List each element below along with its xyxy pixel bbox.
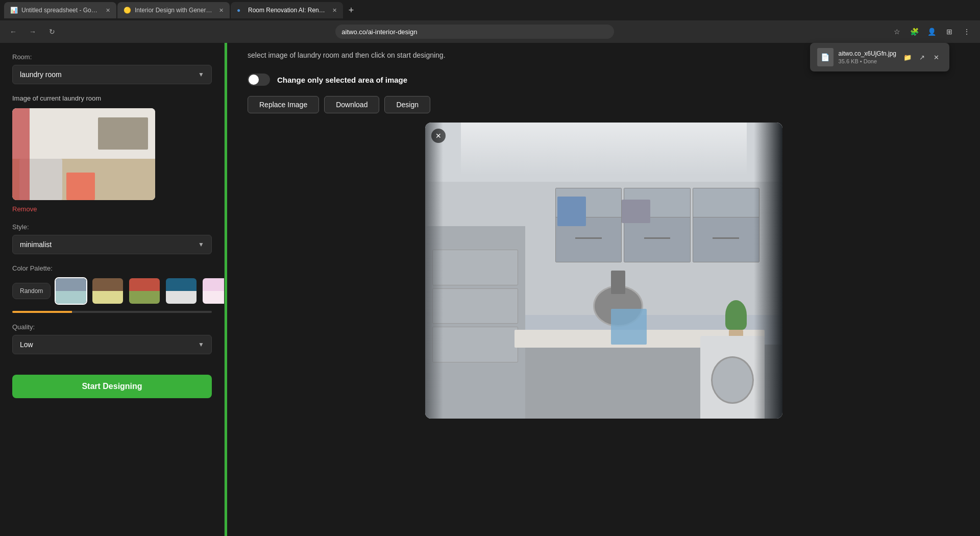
start-designing-button[interactable]: Start Designing xyxy=(12,375,212,398)
swatch-4-top xyxy=(166,278,197,291)
quality-dropdown[interactable]: Low ▼ xyxy=(12,335,212,354)
forward-button[interactable]: → xyxy=(26,25,40,39)
glr-towel xyxy=(611,309,647,345)
image-preview-container xyxy=(12,108,212,200)
tab-favicon-renovation: ● xyxy=(237,7,244,14)
glr-cabinet-2 xyxy=(624,188,691,262)
back-button[interactable]: ← xyxy=(6,25,20,39)
area-toggle[interactable] xyxy=(248,74,270,86)
main-layout: Room: laundry room ▼ Image of current la… xyxy=(0,43,980,536)
glr-plant xyxy=(725,300,747,330)
palette-random-btn[interactable]: Random xyxy=(12,283,51,299)
tab-favicon-interior: 🟡 xyxy=(124,7,131,14)
glr-shelf-item2 xyxy=(622,200,650,223)
quality-value: Low xyxy=(20,340,33,349)
room-value: laundry room xyxy=(20,70,62,79)
swatch-1-top xyxy=(56,278,86,291)
tab-title-renovation: Room Renovation AI: Renova... xyxy=(248,7,326,14)
style-dropdown-arrow: ▼ xyxy=(198,241,204,248)
tab-interior[interactable]: 🟡 Interior Design with Generati... ✕ xyxy=(117,2,230,18)
toggle-knob xyxy=(249,75,259,85)
tab-close-interior[interactable]: ✕ xyxy=(219,7,224,14)
swatch-5-top xyxy=(203,278,225,291)
image-section-label: Image of current laundry room xyxy=(12,94,212,102)
tab-bar: 📊 Untitled spreadsheet - Google ... ✕ 🟡 … xyxy=(0,0,980,20)
content-area: select image of laundry room and then cl… xyxy=(227,43,980,536)
glr-cabinet-3-handle xyxy=(713,237,739,239)
header-text: select image of laundry room and then cl… xyxy=(248,51,446,59)
action-buttons: Replace Image Download Design xyxy=(227,92,980,117)
swatch-1-bottom xyxy=(56,291,86,304)
browser-icons: ☆ 🧩 👤 ⊞ ⋮ xyxy=(890,25,974,39)
glr-cabinet-3 xyxy=(693,188,760,262)
palette-swatch-3[interactable] xyxy=(128,277,161,305)
palette-swatch-2[interactable] xyxy=(91,277,124,305)
room-dropdown[interactable]: laundry room ▼ xyxy=(12,65,212,84)
swatch-2-bottom xyxy=(92,291,123,304)
toggle-label: Change only selected area of image xyxy=(277,76,407,84)
image-preview[interactable] xyxy=(12,108,155,200)
swatch-3-top xyxy=(129,278,160,291)
quality-dropdown-arrow: ▼ xyxy=(198,341,204,348)
extension-icon[interactable]: 🧩 xyxy=(908,25,922,39)
palette-swatch-4[interactable] xyxy=(165,277,198,305)
tab-renovation[interactable]: ● Room Renovation AI: Renova... ✕ xyxy=(231,2,343,18)
download-meta: 35.6 KB • Done xyxy=(839,58,896,64)
palette-swatch-1[interactable] xyxy=(55,277,87,305)
glr-right-shadow xyxy=(754,123,782,419)
lr-curtain xyxy=(12,108,30,200)
tab-title-interior: Interior Design with Generati... xyxy=(135,7,213,14)
download-button[interactable]: Download xyxy=(324,96,379,113)
tab-spreadsheet[interactable]: 📊 Untitled spreadsheet - Google ... ✕ xyxy=(4,2,116,18)
sidebar-toggle-icon[interactable]: ⊞ xyxy=(942,25,957,39)
swatch-2-top xyxy=(92,278,123,291)
lr-basket xyxy=(66,173,95,200)
glr-shelf-item1 xyxy=(557,197,586,226)
tab-close-renovation[interactable]: ✕ xyxy=(332,7,337,14)
download-file-icon: 📄 xyxy=(817,48,834,66)
swatch-5-bottom xyxy=(203,291,225,304)
glr-top-light xyxy=(461,123,747,176)
reload-button[interactable]: ↻ xyxy=(45,25,59,39)
browser-chrome: 📊 Untitled spreadsheet - Google ... ✕ 🟡 … xyxy=(0,0,980,43)
room-dropdown-arrow: ▼ xyxy=(198,71,204,78)
lr-cabinet xyxy=(98,117,148,150)
download-notification: 📄 aitwo.co_x6UjGfn.jpg 35.6 KB • Done 📁 … xyxy=(810,43,949,71)
laundry-room-sim xyxy=(12,108,155,200)
glr-cabinet-3-shelf xyxy=(693,188,759,218)
menu-icon[interactable]: ⋮ xyxy=(960,25,974,39)
swatch-3-bottom xyxy=(129,291,160,304)
palette-slider[interactable] xyxy=(12,311,212,313)
tab-favicon-spreadsheet: 📊 xyxy=(10,7,17,14)
remove-link[interactable]: Remove xyxy=(12,205,212,213)
download-close-icon[interactable]: ✕ xyxy=(930,51,942,63)
download-info: aitwo.co_x6UjGfn.jpg 35.6 KB • Done xyxy=(839,50,896,64)
bookmark-icon[interactable]: ☆ xyxy=(890,25,904,39)
download-folder-icon[interactable]: 📁 xyxy=(901,51,914,63)
quality-label: Quality: xyxy=(12,323,212,331)
download-actions: 📁 ↗ ✕ xyxy=(901,51,942,63)
glr-cabinet-2-door xyxy=(624,217,690,261)
palette-label: Color Palette: xyxy=(12,264,212,272)
close-image-button[interactable]: ✕ xyxy=(431,129,446,143)
glr-faucet xyxy=(611,271,625,294)
glr-cabinet-1-handle xyxy=(575,237,601,239)
new-tab-button[interactable]: + xyxy=(344,3,358,17)
tab-title-spreadsheet: Untitled spreadsheet - Google ... xyxy=(21,7,100,14)
palette-swatch-5[interactable] xyxy=(202,277,225,305)
profile-icon[interactable]: 👤 xyxy=(925,25,939,39)
url-bar[interactable]: aitwo.co/ai-interior-design xyxy=(335,25,614,39)
design-button[interactable]: Design xyxy=(384,96,430,113)
glr-storage-drawer1 xyxy=(432,250,518,285)
replace-image-button[interactable]: Replace Image xyxy=(248,96,319,113)
url-text: aitwo.co/ai-interior-design xyxy=(341,28,417,36)
generated-laundry-image xyxy=(425,123,782,419)
address-bar: ← → ↻ aitwo.co/ai-interior-design ☆ 🧩 👤 … xyxy=(0,20,980,43)
tab-close-spreadsheet[interactable]: ✕ xyxy=(106,7,110,14)
sidebar: Room: laundry room ▼ Image of current la… xyxy=(0,43,225,536)
image-display-area: ✕ xyxy=(227,117,980,536)
download-open-icon[interactable]: ↗ xyxy=(916,51,928,63)
glr-cabinet-2-handle xyxy=(644,237,670,239)
style-dropdown[interactable]: minimalist ▼ xyxy=(12,235,212,254)
glr-left-shadow xyxy=(425,123,443,419)
